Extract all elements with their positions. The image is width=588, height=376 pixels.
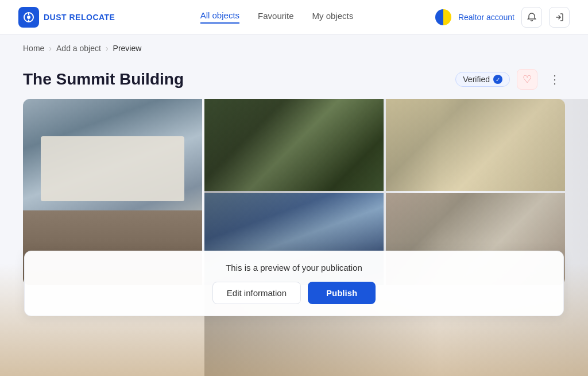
breadcrumb-current: Preview (113, 44, 142, 53)
verified-icon: ✓ (493, 75, 502, 84)
preview-actions: Edit information Publish (212, 282, 376, 304)
photo-corridor (204, 99, 384, 191)
breadcrumb-sep-1: › (49, 44, 52, 53)
breadcrumb-sep-2: › (106, 44, 109, 53)
nav-all-objects[interactable]: All objects (200, 10, 239, 24)
header-right: Realtor account (432, 7, 570, 28)
flag-icon (435, 9, 451, 25)
breadcrumb-home[interactable]: Home (23, 44, 44, 53)
logo-text: DUST RELOCATE (44, 13, 115, 22)
edit-information-button[interactable]: Edit information (212, 282, 301, 304)
page-title: The Summit Building (23, 70, 184, 89)
favorite-button[interactable]: ♡ (517, 69, 537, 90)
realtor-account-link[interactable]: Realtor account (458, 13, 514, 22)
page-header: The Summit Building Verified ✓ ♡ ⋮ (23, 69, 565, 90)
verified-badge: Verified ✓ (455, 72, 510, 87)
breadcrumb: Home › Add a object › Preview (0, 34, 588, 57)
notification-button[interactable] (521, 7, 542, 28)
logo-icon (18, 7, 39, 28)
main-content: The Summit Building Verified ✓ ♡ ⋮ (0, 57, 588, 362)
nav-my-objects[interactable]: My objects (312, 11, 354, 23)
page-header-actions: Verified ✓ ♡ ⋮ (455, 69, 565, 90)
breadcrumb-add-object[interactable]: Add a object (56, 44, 101, 53)
publish-button[interactable]: Publish (308, 282, 376, 304)
nav-favourite[interactable]: Favourite (258, 11, 294, 23)
logo[interactable]: DUST RELOCATE (18, 7, 122, 28)
preview-text: This is a preview of your publication (226, 263, 362, 273)
more-options-button[interactable]: ⋮ (544, 69, 565, 90)
heart-icon: ♡ (523, 73, 532, 86)
preview-banner: This is a preview of your publication Ed… (24, 251, 564, 316)
more-icon: ⋮ (549, 72, 560, 86)
header: DUST RELOCATE All objects Favourite My o… (0, 0, 588, 34)
logout-button[interactable] (549, 7, 570, 28)
verified-label: Verified (463, 75, 490, 84)
main-nav: All objects Favourite My objects (122, 10, 432, 24)
svg-point-1 (27, 16, 30, 19)
